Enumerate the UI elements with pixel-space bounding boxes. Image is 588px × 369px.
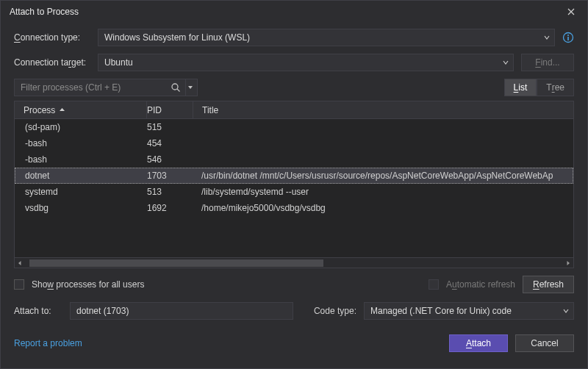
cell-process: -bash: [15, 154, 147, 165]
chevron-down-icon: [503, 57, 509, 68]
auto-refresh-checkbox: [429, 279, 439, 290]
connection-target-label: Connection target:: [14, 57, 90, 68]
svg-rect-2: [567, 37, 569, 40]
close-button[interactable]: [561, 4, 581, 20]
cell-title: [193, 119, 573, 135]
table-row[interactable]: -bash546: [15, 151, 573, 168]
grid-body: (sd-pam)515-bash454-bash546dotnet1703/us…: [15, 119, 573, 257]
cancel-button[interactable]: Cancel: [515, 334, 574, 352]
table-row[interactable]: vsdbg1692/home/mikejo5000/vsdbg/vsdbg: [15, 200, 573, 216]
view-list-button[interactable]: List: [504, 79, 537, 96]
refresh-button[interactable]: Refresh: [523, 276, 574, 293]
column-header-pid[interactable]: PID: [147, 101, 193, 118]
view-tree-button[interactable]: Tree: [537, 79, 574, 96]
title-bar: Attach to Process: [1, 1, 587, 23]
view-toggle: List Tree: [504, 79, 574, 96]
attach-to-label: Attach to:: [14, 306, 62, 316]
connection-type-value: Windows Subsystem for Linux (WSL): [104, 32, 250, 43]
column-header-process[interactable]: Process: [15, 101, 147, 118]
cell-pid: 546: [147, 154, 193, 165]
svg-point-1: [567, 35, 569, 36]
code-type-label: Code type:: [305, 306, 356, 316]
cell-title: /usr/bin/dotnet /mnt/c/Users/usrusr/sour…: [193, 168, 573, 184]
filter-dropdown-split[interactable]: [185, 79, 194, 96]
table-row[interactable]: dotnet1703/usr/bin/dotnet /mnt/c/Users/u…: [15, 168, 573, 184]
scroll-left-icon[interactable]: [15, 258, 25, 268]
search-icon: [171, 82, 181, 93]
table-row[interactable]: systemd513/lib/systemd/systemd --user: [15, 184, 573, 200]
show-all-users-checkbox[interactable]: [14, 279, 24, 290]
cell-title: /lib/systemd/systemd --user: [193, 184, 573, 200]
find-button: Find...: [521, 54, 574, 71]
attach-button[interactable]: Attach: [449, 334, 508, 352]
cell-title: /home/mikejo5000/vsdbg/vsdbg: [193, 200, 573, 216]
code-type-dropdown[interactable]: Managed (.NET Core for Unix) code: [364, 302, 574, 320]
close-icon: [567, 8, 575, 15]
horizontal-scrollbar[interactable]: [15, 257, 573, 268]
cell-pid: 454: [147, 138, 193, 148]
cell-pid: 1703: [147, 171, 193, 181]
cell-process: systemd: [15, 187, 147, 197]
sort-ascending-icon: [60, 107, 65, 112]
cell-process: vsdbg: [15, 203, 147, 213]
connection-target-dropdown[interactable]: Ubuntu: [98, 54, 514, 71]
window-title: Attach to Process: [10, 7, 79, 17]
process-grid: Process PID Title (sd-pam)515-bash454-ba…: [14, 101, 574, 268]
chevron-down-icon: [544, 32, 550, 43]
code-type-value: Managed (.NET Core for Unix) code: [370, 306, 512, 316]
cell-pid: 515: [147, 122, 193, 132]
cell-process: (sd-pam): [15, 122, 147, 132]
connection-target-value: Ubuntu: [104, 57, 133, 68]
connection-type-dropdown[interactable]: Windows Subsystem for Linux (WSL): [98, 29, 555, 46]
cell-pid: 513: [147, 187, 193, 197]
cell-pid: 1692: [147, 203, 193, 213]
scrollbar-thumb[interactable]: [29, 259, 323, 267]
cell-title: [193, 135, 573, 151]
filter-input-container[interactable]: [14, 79, 198, 96]
scroll-right-icon[interactable]: [563, 258, 573, 268]
cell-process: -bash: [15, 138, 147, 148]
grid-header: Process PID Title: [15, 101, 573, 119]
svg-point-3: [172, 84, 178, 90]
report-problem-link[interactable]: Report a problem: [14, 338, 82, 348]
column-header-title[interactable]: Title: [193, 101, 573, 118]
info-icon[interactable]: [562, 32, 574, 43]
filter-input[interactable]: [21, 82, 171, 93]
cell-process: dotnet: [15, 171, 147, 181]
table-row[interactable]: (sd-pam)515: [15, 119, 573, 135]
table-row[interactable]: -bash454: [15, 135, 573, 151]
chevron-down-icon: [563, 306, 569, 316]
show-all-users-label: Show processes for all users: [32, 279, 144, 290]
connection-type-label: Connection type:: [14, 32, 90, 43]
cell-title: [193, 151, 573, 168]
auto-refresh-label: Automatic refresh: [446, 279, 515, 290]
attach-to-input[interactable]: [70, 302, 293, 320]
